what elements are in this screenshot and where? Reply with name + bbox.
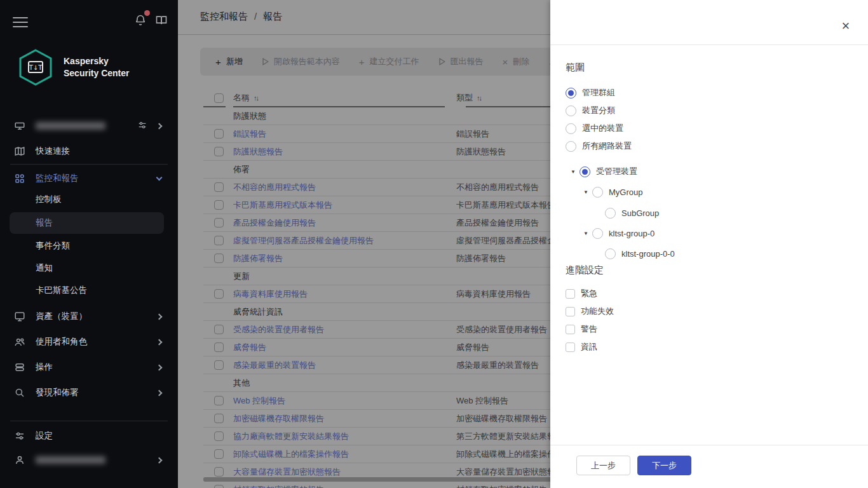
radio-selected-devices[interactable]: 選中的裝置 (566, 122, 623, 135)
checkbox-label: 緊急 (581, 288, 597, 299)
sidebar-item-assets[interactable]: 資產（裝置） (0, 306, 178, 327)
checkbox-label: 功能失效 (581, 306, 614, 317)
notification-badge (144, 10, 150, 16)
checkbox-functional-failure[interactable]: 功能失效 (566, 305, 614, 318)
checkbox-label: 資訊 (581, 341, 597, 353)
checkbox-icon[interactable] (566, 289, 575, 299)
logo-line2: Security Center (64, 67, 129, 79)
server-settings-icon[interactable] (137, 120, 147, 132)
monitor-icon (14, 311, 25, 322)
sidebar-item-reports[interactable]: 報告 (0, 212, 178, 234)
account-name-redacted (36, 456, 105, 464)
back-button[interactable]: 上一步 (576, 456, 630, 475)
sidebar-item-label: 報告 (36, 217, 53, 229)
sidebar-item-users-roles[interactable]: 使用者和角色 (0, 331, 178, 353)
radio-icon[interactable] (566, 123, 576, 134)
help-book-icon[interactable] (155, 14, 168, 29)
server-icon (14, 120, 25, 132)
radio-selected-icon[interactable] (566, 88, 576, 98)
sidebar-item-event-selections[interactable]: 事件分類 (0, 235, 178, 257)
radio-device-selections[interactable]: 裝置分類 (566, 104, 615, 117)
layers-icon (14, 362, 25, 373)
radio-icon[interactable] (592, 228, 603, 239)
checkbox-icon[interactable] (566, 307, 575, 316)
tree-expand-icon[interactable]: ▼ (583, 231, 592, 236)
radio-all-network-devices[interactable]: 所有網路裝置 (566, 140, 632, 152)
sidebar-item-operations[interactable]: 操作 (0, 356, 178, 378)
sidebar-item-label: 監控和報告 (36, 173, 79, 184)
notifications-bell-icon[interactable] (134, 14, 147, 29)
app-window: T↓T Kaspersky Security Center 快速連接 (0, 0, 868, 488)
sidebar-item-discovery[interactable]: 發現和佈署 (0, 382, 178, 403)
drawer-divider (550, 44, 868, 45)
grid-icon (14, 173, 25, 184)
sidebar-item-label: 控制板 (36, 194, 62, 205)
sidebar-divider (10, 421, 168, 421)
tree-node-managed-devices[interactable]: ▼ 受管理裝置 (571, 165, 637, 178)
new-report-wizard-drawer: × 範圍 管理群組 裝置分類 選中的裝置 所有網路裝置 ▼ 受管理裝置 ▼ (550, 0, 868, 488)
drawer-footer-divider (550, 445, 868, 445)
sidebar-item-server[interactable] (0, 115, 178, 137)
user-icon (14, 454, 25, 466)
sidebar-topbar (0, 0, 178, 41)
sidebar-item-label: 資產（裝置） (36, 311, 87, 322)
radio-icon[interactable] (566, 105, 576, 116)
checkbox-critical[interactable]: 緊急 (566, 287, 597, 300)
tree-node-label: MyGroup (609, 187, 642, 197)
sidebar-item-announcements[interactable]: 卡巴斯基公告 (0, 280, 178, 301)
sidebar: T↓T Kaspersky Security Center 快速連接 (0, 0, 178, 488)
tree-expand-icon[interactable]: ▼ (571, 169, 580, 175)
chevron-right-icon (156, 339, 163, 345)
sidebar-item-label: 事件分類 (36, 240, 70, 252)
scope-section-title: 範圍 (566, 62, 585, 74)
radio-selected-icon[interactable] (580, 166, 590, 177)
chevron-right-icon (156, 364, 163, 370)
tree-node-kltst-group-0-0[interactable]: kltst-group-0-0 (605, 247, 675, 260)
radio-icon[interactable] (605, 248, 616, 259)
tree-node-subgroup[interactable]: SubGroup (605, 207, 659, 219)
chevron-right-icon (156, 457, 163, 463)
sidebar-item-settings[interactable]: 設定 (0, 425, 178, 447)
sidebar-item-label: 通知 (36, 262, 53, 274)
svg-text:T↓T: T↓T (29, 64, 43, 71)
advanced-section-title: 進階設定 (566, 264, 604, 276)
tree-node-kltst-group-0[interactable]: ▼ kltst-group-0 (583, 227, 654, 240)
kaspersky-logo: T↓T Kaspersky Security Center (18, 48, 129, 86)
sidebar-item-label: 操作 (36, 362, 53, 373)
tree-expand-icon[interactable]: ▼ (583, 189, 592, 195)
radio-admin-groups[interactable]: 管理群組 (566, 86, 615, 99)
next-button[interactable]: 下一步 (637, 456, 691, 475)
sidebar-item-monitoring[interactable]: 監控和報告 (0, 168, 178, 189)
sidebar-item-quick-links[interactable]: 快速連接 (0, 140, 178, 162)
sidebar-item-notifications[interactable]: 通知 (0, 257, 178, 279)
sidebar-item-label: 快速連接 (36, 146, 70, 157)
radio-icon[interactable] (605, 208, 616, 219)
sidebar-divider (10, 164, 168, 165)
tree-node-label: SubGroup (621, 208, 659, 218)
radio-label: 所有網路裝置 (582, 140, 632, 152)
checkbox-info[interactable]: 資訊 (566, 341, 597, 353)
sliders-icon (14, 430, 25, 442)
kaspersky-hexagon-icon: T↓T (18, 48, 53, 86)
radio-label: 管理群組 (582, 87, 615, 98)
hamburger-menu-icon[interactable] (13, 14, 28, 25)
sidebar-item-label: 設定 (36, 430, 53, 442)
tree-node-label: 受管理裝置 (596, 166, 637, 177)
sidebar-item-label: 卡巴斯基公告 (36, 285, 87, 296)
sidebar-item-label: 使用者和角色 (36, 336, 87, 348)
radio-icon[interactable] (566, 141, 576, 152)
sidebar-item-account[interactable] (0, 449, 178, 471)
checkbox-icon[interactable] (566, 342, 575, 352)
chevron-right-icon (156, 313, 163, 320)
tree-node-label: kltst-group-0-0 (621, 249, 675, 259)
logo-line1: Kaspersky (64, 55, 129, 67)
sidebar-item-dashboard[interactable]: 控制板 (0, 189, 178, 210)
checkbox-icon[interactable] (566, 325, 575, 334)
close-icon[interactable]: × (837, 18, 854, 34)
radio-icon[interactable] (592, 187, 603, 198)
users-icon (14, 336, 25, 348)
server-name-redacted (36, 122, 105, 130)
chevron-down-icon (156, 174, 163, 180)
tree-node-mygroup[interactable]: ▼ MyGroup (583, 186, 642, 198)
checkbox-warning[interactable]: 警告 (566, 323, 597, 336)
